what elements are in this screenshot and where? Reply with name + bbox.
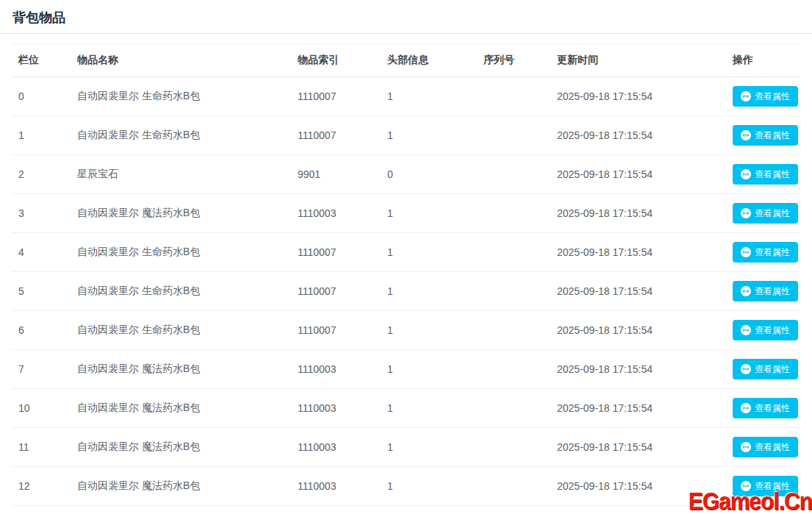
cell-serial: [476, 155, 550, 194]
cell-updated_at: 2025-09-18 17:15:54: [550, 194, 725, 233]
table-row: 3自动因裴里尔 魔法药水B包111000312025-09-18 17:15:5…: [11, 194, 801, 233]
eye-icon: [741, 130, 751, 140]
cell-action: 查看属性: [725, 428, 801, 467]
title-divider: [0, 33, 812, 34]
cell-action: 查看属性: [725, 350, 801, 389]
cell-item_index: 9901: [290, 155, 380, 194]
view-attributes-button[interactable]: 查看属性: [733, 320, 798, 340]
eye-icon: [741, 286, 751, 296]
cell-serial: [476, 311, 550, 350]
cell-item_index: 1110007: [290, 233, 380, 272]
cell-slot: 5: [11, 272, 70, 311]
cell-name: 自动因裴里尔 魔法药水B包: [70, 428, 290, 467]
cell-header_info: 1: [380, 116, 476, 155]
cell-name: 自动因裴里尔 魔法药水B包: [70, 350, 290, 389]
eye-icon: [741, 442, 751, 452]
view-attributes-button[interactable]: 查看属性: [733, 164, 798, 185]
view-attributes-button[interactable]: 查看属性: [733, 359, 798, 379]
table-row: 4自动因裴里尔 生命药水B包111000712025-09-18 17:15:5…: [11, 233, 801, 272]
cell-slot: 0: [11, 77, 70, 116]
cell-name: 自动因裴里尔 魔法药水B包: [70, 467, 290, 506]
cell-slot: 11: [11, 428, 70, 467]
column-header-slot: 栏位: [11, 44, 70, 77]
cell-action: 查看属性: [725, 272, 801, 311]
view-attributes-label: 查看属性: [755, 480, 790, 493]
cell-name: 自动因裴里尔 生命药水B包: [70, 77, 290, 116]
cell-item_index: 1110003: [290, 350, 380, 389]
cell-updated_at: 2025-09-18 17:15:54: [550, 350, 725, 389]
backpack-page: 背包物品 栏位物品名称物品索引头部信息序列号更新时间操作 0自动因裴里尔 生命药…: [0, 0, 812, 514]
view-attributes-label: 查看属性: [755, 402, 790, 415]
cell-updated_at: 2025-09-18 17:15:54: [550, 77, 725, 116]
view-attributes-button[interactable]: 查看属性: [733, 398, 798, 418]
cell-name: 自动因裴里尔 生命药水B包: [70, 272, 290, 311]
cell-updated_at: 2025-09-18 17:15:54: [550, 272, 725, 311]
cell-name: 自动因裴里尔 生命药水B包: [70, 311, 290, 350]
column-header-action: 操作: [725, 44, 801, 77]
cell-slot: 4: [11, 233, 70, 272]
cell-updated_at: 2025-09-18 17:15:54: [550, 467, 725, 506]
cell-serial: [476, 467, 550, 506]
cell-slot: 3: [11, 194, 70, 233]
view-attributes-button[interactable]: 查看属性: [733, 86, 798, 107]
cell-serial: [476, 77, 550, 116]
cell-name: 自动因裴里尔 生命药水B包: [70, 233, 290, 272]
table-row: 11自动因裴里尔 魔法药水B包111000312025-09-18 17:15:…: [11, 428, 801, 467]
cell-action: 查看属性: [725, 311, 801, 350]
cell-serial: [476, 389, 550, 428]
column-header-header_info: 头部信息: [380, 44, 476, 77]
cell-header_info: 1: [380, 77, 476, 116]
table-row: 5自动因裴里尔 生命药水B包111000712025-09-18 17:15:5…: [11, 272, 801, 311]
eye-icon: [741, 169, 751, 179]
cell-slot: 7: [11, 350, 70, 389]
cell-item_index: 1110003: [290, 428, 380, 467]
cell-item_index: 1110003: [290, 389, 380, 428]
cell-updated_at: 2025-09-18 17:15:54: [550, 116, 725, 155]
page-title: 背包物品: [0, 0, 812, 33]
view-attributes-button[interactable]: 查看属性: [733, 281, 798, 301]
cell-updated_at: 2025-09-18 17:15:54: [550, 233, 725, 272]
eye-icon: [741, 325, 751, 335]
column-header-item_index: 物品索引: [290, 44, 380, 77]
cell-item_index: 1110003: [290, 467, 380, 506]
view-attributes-label: 查看属性: [755, 207, 790, 220]
cell-action: 查看属性: [725, 194, 801, 233]
cell-slot: 10: [11, 389, 70, 428]
cell-header_info: 1: [380, 194, 476, 233]
eye-icon: [741, 208, 751, 218]
table-row: 10自动因裴里尔 魔法药水B包111000312025-09-18 17:15:…: [11, 389, 801, 428]
cell-serial: [476, 194, 550, 233]
cell-serial: [476, 272, 550, 311]
cell-serial: [476, 428, 550, 467]
cell-serial: [476, 116, 550, 155]
view-attributes-label: 查看属性: [755, 90, 790, 103]
table-row: 1自动因裴里尔 生命药水B包111000712025-09-18 17:15:5…: [11, 116, 801, 155]
cell-item_index: 1110003: [290, 194, 380, 233]
cell-action: 查看属性: [725, 467, 801, 506]
table-header-row: 栏位物品名称物品索引头部信息序列号更新时间操作: [11, 44, 801, 77]
eye-icon: [741, 403, 751, 413]
cell-header_info: 1: [380, 350, 476, 389]
cell-header_info: 1: [380, 389, 476, 428]
cell-slot: 12: [11, 467, 70, 506]
cell-header_info: 1: [380, 467, 476, 506]
eye-icon: [741, 247, 751, 257]
view-attributes-button[interactable]: 查看属性: [733, 125, 798, 146]
view-attributes-button[interactable]: 查看属性: [733, 476, 798, 496]
view-attributes-button[interactable]: 查看属性: [733, 242, 798, 263]
table-row: 2星辰宝石990102025-09-18 17:15:54 查看属性: [11, 155, 801, 194]
cell-slot: 1: [11, 116, 70, 155]
cell-item_index: 1110007: [290, 77, 380, 116]
view-attributes-button[interactable]: 查看属性: [733, 437, 798, 457]
cell-header_info: 1: [380, 233, 476, 272]
cell-item_index: 1110007: [290, 311, 380, 350]
view-attributes-label: 查看属性: [755, 363, 790, 376]
cell-header_info: 1: [380, 311, 476, 350]
view-attributes-button[interactable]: 查看属性: [733, 203, 798, 224]
cell-slot: 2: [11, 155, 70, 194]
cell-updated_at: 2025-09-18 17:15:54: [550, 311, 725, 350]
view-attributes-label: 查看属性: [755, 129, 790, 142]
table-row: 6自动因裴里尔 生命药水B包111000712025-09-18 17:15:5…: [11, 311, 801, 350]
cell-header_info: 1: [380, 428, 476, 467]
cell-header_info: 1: [380, 272, 476, 311]
